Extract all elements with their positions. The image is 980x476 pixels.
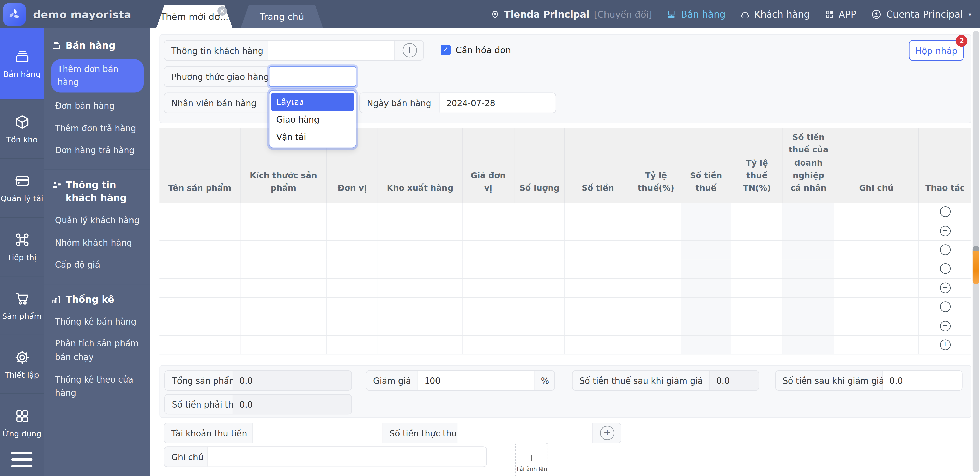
body-cell[interactable] xyxy=(731,336,783,354)
sidebar-item-settings[interactable]: Thiết lập xyxy=(0,334,44,393)
body-cell[interactable] xyxy=(241,240,327,259)
submenu-item[interactable]: Phân tích sản phẩm bán chạy xyxy=(50,333,144,368)
body-cell[interactable]: − xyxy=(919,240,971,259)
body-cell[interactable] xyxy=(159,279,240,297)
sidebar-item-products[interactable]: Sản phẩm xyxy=(0,275,44,334)
body-cell[interactable] xyxy=(159,336,240,354)
draft-box-button[interactable]: Hộp nháp 2 xyxy=(909,40,964,61)
body-cell[interactable] xyxy=(835,202,919,221)
body-cell[interactable] xyxy=(514,317,565,335)
discount-input[interactable]: 100 xyxy=(418,371,534,390)
body-cell[interactable] xyxy=(241,202,327,221)
body-cell[interactable] xyxy=(631,336,681,354)
body-cell[interactable] xyxy=(514,202,565,221)
body-cell[interactable] xyxy=(835,336,919,354)
body-cell[interactable] xyxy=(835,279,919,297)
body-cell[interactable] xyxy=(631,222,681,240)
body-cell[interactable] xyxy=(514,240,565,259)
remove-row-icon[interactable]: − xyxy=(940,226,950,236)
body-cell[interactable] xyxy=(565,240,631,259)
body-cell[interactable] xyxy=(463,240,514,259)
collapse-menu-icon[interactable] xyxy=(0,452,44,467)
body-cell[interactable] xyxy=(731,260,783,278)
body-cell[interactable] xyxy=(835,240,919,259)
body-cell[interactable] xyxy=(159,317,240,335)
body-cell[interactable]: − xyxy=(919,317,971,335)
close-icon[interactable]: × xyxy=(218,6,227,16)
body-cell[interactable] xyxy=(731,240,783,259)
app-logo-icon[interactable] xyxy=(3,3,25,25)
body-cell[interactable] xyxy=(631,279,681,297)
body-cell[interactable] xyxy=(681,279,731,297)
body-cell[interactable] xyxy=(463,317,514,335)
body-cell[interactable] xyxy=(731,317,783,335)
body-cell[interactable] xyxy=(378,298,463,316)
body-cell[interactable] xyxy=(514,279,565,297)
app-menu-item[interactable]: APP xyxy=(824,8,856,20)
body-cell[interactable] xyxy=(378,336,463,354)
customer-info-input[interactable] xyxy=(268,41,395,60)
body-cell[interactable] xyxy=(731,202,783,221)
body-cell[interactable] xyxy=(631,202,681,221)
upload-image-box[interactable]: + Tải ảnh lên xyxy=(515,443,548,476)
body-cell[interactable] xyxy=(463,202,514,221)
note-input[interactable] xyxy=(208,447,486,466)
submenu-item[interactable]: Thống kê theo cửa hàng xyxy=(50,368,144,404)
body-cell[interactable] xyxy=(565,202,631,221)
body-cell[interactable] xyxy=(241,317,327,335)
body-cell[interactable] xyxy=(327,222,378,240)
body-cell[interactable] xyxy=(681,222,731,240)
sales-menu-item[interactable]: Bán hàng xyxy=(667,8,725,20)
add-payment-icon[interactable]: + xyxy=(600,426,614,440)
dropdown-option[interactable]: Giao hàng xyxy=(271,111,354,128)
body-cell[interactable] xyxy=(565,298,631,316)
sidebar-item-apps[interactable]: Ứng dụng xyxy=(0,393,44,452)
add-customer-icon[interactable]: + xyxy=(402,43,417,57)
submenu-item[interactable]: Quản lý khách hàng xyxy=(50,210,144,232)
remove-row-icon[interactable]: − xyxy=(940,244,950,255)
submenu-item[interactable]: Cấp độ giá xyxy=(50,254,144,276)
sidebar-item-sales[interactable]: Bán hàng xyxy=(0,28,44,99)
submenu-item[interactable]: Thống kê bán hàng xyxy=(50,310,144,333)
body-cell[interactable] xyxy=(463,279,514,297)
submenu-item[interactable]: Thêm đơn trả hàng xyxy=(50,117,144,139)
body-cell[interactable] xyxy=(631,240,681,259)
submenu-item[interactable]: Đơn bán hàng xyxy=(50,95,144,117)
body-cell[interactable] xyxy=(378,240,463,259)
body-cell[interactable] xyxy=(835,317,919,335)
payment-account-input[interactable] xyxy=(253,423,383,443)
tab-home[interactable]: Trang chủ xyxy=(241,5,323,28)
body-cell[interactable] xyxy=(565,222,631,240)
body-cell[interactable] xyxy=(378,279,463,297)
vertical-scrollbar-thumb[interactable] xyxy=(973,251,980,285)
body-cell[interactable] xyxy=(159,260,240,278)
body-cell[interactable] xyxy=(327,202,378,221)
body-cell[interactable] xyxy=(241,260,327,278)
body-cell[interactable] xyxy=(514,298,565,316)
body-cell[interactable] xyxy=(783,336,835,354)
body-cell[interactable] xyxy=(327,317,378,335)
body-cell[interactable] xyxy=(327,240,378,259)
add-row-icon[interactable]: + xyxy=(940,339,950,350)
body-cell[interactable] xyxy=(631,317,681,335)
body-cell[interactable]: − xyxy=(919,202,971,221)
received-amount-input[interactable] xyxy=(457,423,592,443)
store-menu-item[interactable]: Tienda Principal[Chuyển đổi] xyxy=(490,8,652,20)
body-cell[interactable] xyxy=(565,260,631,278)
body-cell[interactable] xyxy=(327,336,378,354)
body-cell[interactable] xyxy=(378,317,463,335)
remove-row-icon[interactable]: − xyxy=(940,264,950,274)
body-cell[interactable] xyxy=(835,222,919,240)
body-cell[interactable] xyxy=(514,260,565,278)
vertical-scrollbar-track[interactable] xyxy=(973,31,980,472)
body-cell[interactable] xyxy=(783,298,835,316)
body-cell[interactable] xyxy=(159,298,240,316)
body-cell[interactable] xyxy=(681,317,731,335)
remove-row-icon[interactable]: − xyxy=(940,206,950,217)
sidebar-item-marketing[interactable]: Tiếp thị xyxy=(0,217,44,275)
account-menu-item[interactable]: Cuenta Principal▾ xyxy=(871,8,971,20)
body-cell[interactable] xyxy=(514,222,565,240)
body-cell[interactable]: − xyxy=(919,260,971,278)
body-cell[interactable] xyxy=(378,260,463,278)
dropdown-option[interactable]: Vận tải xyxy=(271,128,354,146)
